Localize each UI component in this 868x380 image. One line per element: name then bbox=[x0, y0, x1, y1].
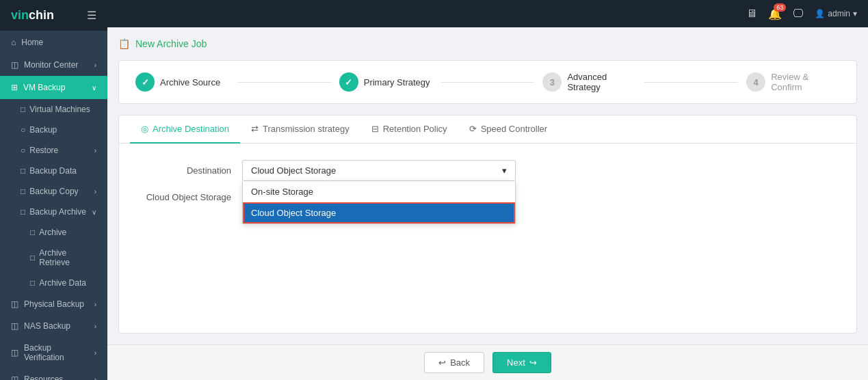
page-header: 📋 New Archive Job bbox=[118, 38, 857, 49]
sidebar-item-archive-retrieve[interactable]: □ Archive Retrieve bbox=[0, 243, 107, 273]
sidebar-label-archive: Archive bbox=[39, 228, 66, 237]
destination-select[interactable]: Cloud Object Storage ▾ bbox=[242, 160, 516, 181]
speed-tab-icon: ⟳ bbox=[469, 124, 477, 134]
step-check-icon-2: ✓ bbox=[345, 77, 352, 87]
sidebar-item-physical-backup[interactable]: ◫ Physical Backup › bbox=[0, 293, 107, 315]
new-archive-icon: 📋 bbox=[118, 38, 130, 49]
sidebar-label-backup-verification: Backup Verification bbox=[24, 343, 89, 362]
main-card: ◎ Archive Destination ⇄ Transmission str… bbox=[118, 115, 857, 334]
hamburger-icon[interactable]: ☰ bbox=[87, 9, 96, 22]
step-check-icon-1: ✓ bbox=[142, 77, 149, 87]
chevron-right-icon: › bbox=[94, 323, 96, 330]
sidebar-label-vm-backup: VM Backup bbox=[23, 83, 65, 92]
footer: ↩ Back Next ↪ bbox=[107, 344, 868, 380]
retention-tab-icon: ⊟ bbox=[371, 124, 379, 134]
logo-vin: vin bbox=[11, 8, 29, 22]
next-icon: ↪ bbox=[529, 357, 537, 368]
sidebar-label-backup-archive: Backup Archive bbox=[29, 207, 86, 217]
sidebar-label-backup-copy: Backup Copy bbox=[29, 187, 78, 196]
logo-chin: chin bbox=[29, 8, 54, 22]
step-circle-2: ✓ bbox=[339, 72, 358, 92]
topbar: 🖥 🔔 63 🖵 👤 admin ▾ bbox=[107, 0, 868, 27]
next-button[interactable]: Next ↪ bbox=[492, 352, 551, 373]
chevron-down-icon: › bbox=[94, 62, 96, 69]
sidebar-item-backup-verification[interactable]: ◫ Backup Verification › bbox=[0, 337, 107, 368]
sidebar-item-resources[interactable]: ◫ Resources › bbox=[0, 368, 107, 380]
sidebar-item-restore[interactable]: ○ Restore › bbox=[0, 140, 107, 161]
chevron-right-icon: › bbox=[94, 349, 96, 357]
screen-icon[interactable]: 🖵 bbox=[793, 8, 804, 20]
page-title: New Archive Job bbox=[135, 38, 207, 49]
tab-speed-controller[interactable]: ⟳ Speed Controller bbox=[458, 116, 559, 144]
wizard-step-4[interactable]: 4 Review & Confirm bbox=[746, 72, 840, 92]
wizard-step-3[interactable]: 3 Advanced Strategy bbox=[542, 72, 636, 92]
arrow-icon: ∨ bbox=[92, 208, 96, 216]
sidebar-item-backup[interactable]: ○ Backup bbox=[0, 120, 107, 140]
tab-retention-policy[interactable]: ⊟ Retention Policy bbox=[360, 116, 458, 144]
sidebar-label-resources: Resources bbox=[24, 375, 63, 380]
sidebar-label-backup-data: Backup Data bbox=[29, 166, 77, 176]
chevron-right-icon: › bbox=[94, 301, 96, 308]
dropdown-option-cloud[interactable]: Cloud Object Storage bbox=[243, 202, 515, 223]
wizard-step-1[interactable]: ✓ Archive Source bbox=[135, 72, 229, 92]
wizard-steps: ✓ Archive Source ✓ Primary Strategy 3 Ad… bbox=[118, 60, 857, 104]
nas-backup-icon: ◫ bbox=[11, 321, 18, 331]
monitor-icon[interactable]: 🖥 bbox=[746, 8, 757, 20]
arrow-icon: › bbox=[94, 147, 96, 154]
user-menu[interactable]: 👤 admin ▾ bbox=[815, 9, 857, 18]
sidebar-item-monitor-center[interactable]: ◫ Monitor Center › bbox=[0, 54, 107, 76]
backup-icon: ○ bbox=[21, 125, 25, 135]
user-dropdown-icon: ▾ bbox=[853, 9, 857, 18]
monitor-display-icon: 🖥 bbox=[746, 8, 757, 19]
cloud-storage-label: Cloud Object Storage bbox=[135, 192, 231, 202]
transmission-tab-icon: ⇄ bbox=[251, 124, 259, 134]
back-button[interactable]: ↩ Back bbox=[424, 352, 484, 373]
archive-icon: □ bbox=[30, 228, 35, 237]
tab-archive-destination[interactable]: ◎ Archive Destination bbox=[130, 116, 240, 144]
tab-label-retention-policy: Retention Policy bbox=[383, 124, 447, 134]
display-icon: 🖵 bbox=[793, 8, 804, 19]
sidebar-item-home[interactable]: ⌂ Home bbox=[0, 31, 107, 54]
destination-label: Destination bbox=[135, 165, 231, 176]
resources-icon: ◫ bbox=[11, 375, 18, 380]
sidebar-item-archive[interactable]: □ Archive bbox=[0, 222, 107, 243]
sidebar-item-backup-data[interactable]: □ Backup Data bbox=[0, 161, 107, 181]
sidebar-label-monitor-center: Monitor Center bbox=[24, 60, 78, 70]
step-divider-2 bbox=[441, 82, 535, 83]
next-label: Next bbox=[507, 357, 525, 368]
tabs-container: ◎ Archive Destination ⇄ Transmission str… bbox=[119, 116, 856, 144]
chevron-right-icon: › bbox=[94, 376, 96, 381]
vm-sub-icon: □ bbox=[21, 105, 25, 114]
select-chevron-icon: ▾ bbox=[502, 165, 507, 176]
sidebar-item-archive-data[interactable]: □ Archive Data bbox=[0, 273, 107, 293]
sidebar-item-virtual-machines[interactable]: □ Virtual Machines bbox=[0, 99, 107, 120]
sidebar-item-nas-backup[interactable]: ◫ NAS Backup › bbox=[0, 315, 107, 337]
user-icon: 👤 bbox=[815, 9, 825, 18]
archive-data-icon: □ bbox=[30, 278, 35, 288]
notification-icon[interactable]: 🔔 63 bbox=[768, 8, 782, 21]
step-circle-3: 3 bbox=[542, 72, 562, 92]
back-icon: ↩ bbox=[438, 357, 446, 368]
form-content: Destination Cloud Object Storage ▾ On-si… bbox=[119, 144, 856, 333]
sidebar-label-archive-data: Archive Data bbox=[39, 278, 86, 288]
location-tab-icon: ◎ bbox=[141, 124, 148, 134]
home-icon: ⌂ bbox=[11, 38, 16, 47]
content-area: 📋 New Archive Job ✓ Archive Source ✓ Pri… bbox=[107, 27, 868, 344]
main-content: 🖥 🔔 63 🖵 👤 admin ▾ 📋 New Archive Job ✓ bbox=[107, 0, 868, 380]
notification-badge: 63 bbox=[774, 3, 786, 12]
vm-backup-icon: ⊞ bbox=[11, 83, 18, 92]
sidebar-item-backup-archive[interactable]: □ Backup Archive ∨ bbox=[0, 202, 107, 222]
restore-icon: ○ bbox=[21, 146, 25, 155]
sidebar-item-backup-copy[interactable]: □ Backup Copy › bbox=[0, 181, 107, 202]
back-label: Back bbox=[450, 357, 470, 368]
sidebar-item-vm-backup[interactable]: ⊞ VM Backup ∨ bbox=[0, 76, 107, 99]
tab-transmission-strategy[interactable]: ⇄ Transmission strategy bbox=[240, 116, 360, 144]
sidebar-label-backup: Backup bbox=[29, 125, 57, 135]
dropdown-option-onsite[interactable]: On-site Storage bbox=[243, 181, 515, 202]
step-divider-3 bbox=[644, 82, 738, 83]
physical-backup-icon: ◫ bbox=[11, 299, 18, 309]
wizard-step-2[interactable]: ✓ Primary Strategy bbox=[339, 72, 433, 92]
arrow-icon: › bbox=[94, 188, 96, 195]
step-num-3: 3 bbox=[550, 77, 555, 87]
tab-label-speed-controller: Speed Controller bbox=[481, 124, 548, 134]
